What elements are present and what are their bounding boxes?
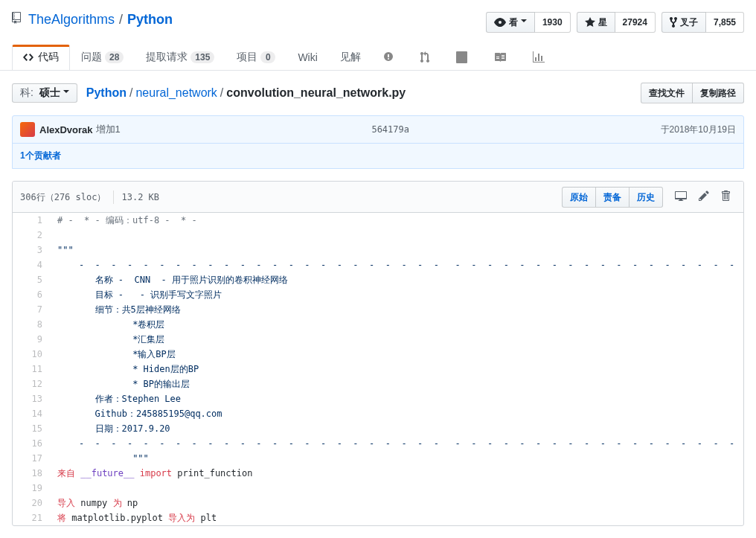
- commit-date: 于2018年10月19日: [661, 124, 736, 136]
- tab-wiki[interactable]: Wiki: [286, 45, 328, 70]
- graph-icon: [533, 51, 545, 63]
- fork-button[interactable]: 叉子: [662, 12, 706, 33]
- repo-owner-link[interactable]: TheAlgorithms: [28, 12, 115, 28]
- commit-message-link[interactable]: 增加1: [96, 123, 121, 136]
- tab-code[interactable]: 代码: [12, 45, 70, 70]
- issue-icon: [383, 51, 394, 63]
- delete-button[interactable]: [715, 185, 736, 208]
- project-icon: [456, 51, 467, 63]
- pull-icon: [420, 51, 429, 63]
- file-info: 306行（276 sloc）13.2 KB: [20, 190, 159, 204]
- commit-tease: AlexDvorak 增加1 564179a 于2018年10月19日 1个贡献…: [12, 115, 744, 169]
- repo-name-link[interactable]: Python: [127, 12, 173, 28]
- tab-extra-5[interactable]: [522, 45, 560, 70]
- star-button[interactable]: 星: [577, 12, 615, 33]
- branch-select[interactable]: 科: 硕士: [12, 83, 77, 103]
- watch-count[interactable]: 1930: [535, 12, 571, 33]
- copy-path-button[interactable]: 复制路径: [693, 83, 744, 103]
- contributors-link[interactable]: 1个贡献者: [20, 150, 61, 161]
- tab-extra-4[interactable]: [483, 45, 522, 70]
- fork-count[interactable]: 7,855: [706, 12, 744, 33]
- commit-author-link[interactable]: AlexDvorak: [39, 124, 93, 135]
- code-icon: [23, 51, 33, 63]
- tab-insights[interactable]: 见解: [329, 45, 372, 70]
- repo-nav: 代码 问题28 提取请求135 项目0 Wiki 见解: [0, 45, 756, 70]
- tab-pulls[interactable]: 提取请求135: [135, 45, 225, 70]
- find-file-button[interactable]: 查找文件: [641, 83, 693, 103]
- breadcrumb-folder[interactable]: neural_network: [135, 86, 217, 100]
- breadcrumb-file: convolution_neural_network.py: [226, 86, 406, 100]
- desktop-button[interactable]: [669, 185, 693, 208]
- edit-button[interactable]: [693, 185, 715, 208]
- book-icon: [494, 51, 506, 63]
- tab-extra-3[interactable]: [445, 45, 483, 70]
- breadcrumb-root[interactable]: Python: [86, 86, 126, 100]
- code-viewer[interactable]: 1# - * - 编码：utf-8 - * - 2 3""" 4 - - - -…: [13, 213, 743, 525]
- eye-icon: [494, 16, 506, 28]
- tab-extra-1[interactable]: [372, 45, 409, 70]
- watch-button[interactable]: 看: [486, 12, 535, 33]
- history-button[interactable]: 历史: [630, 187, 663, 208]
- repo-icon: [12, 12, 24, 28]
- star-icon: [585, 16, 595, 28]
- tab-projects[interactable]: 项目0: [225, 45, 286, 70]
- fork-icon: [670, 16, 677, 28]
- pencil-icon: [699, 190, 709, 202]
- blame-button[interactable]: 责备: [596, 187, 630, 208]
- repo-title: TheAlgorithms / Python: [12, 12, 173, 28]
- commit-sha[interactable]: 564179a: [121, 124, 661, 135]
- desktop-icon: [675, 190, 687, 202]
- tab-extra-2[interactable]: [409, 45, 445, 70]
- tab-issues[interactable]: 问题28: [70, 45, 135, 70]
- star-count[interactable]: 27924: [615, 12, 656, 33]
- avatar[interactable]: [20, 122, 35, 137]
- trash-icon: [721, 190, 730, 202]
- raw-button[interactable]: 原始: [562, 187, 596, 208]
